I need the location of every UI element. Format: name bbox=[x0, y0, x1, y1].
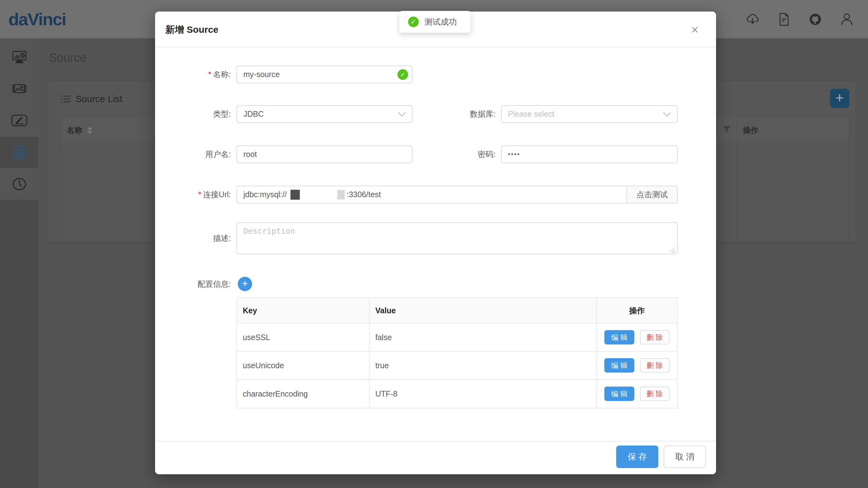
config-table-row: useUnicode true 编 辑 删 除 bbox=[237, 352, 677, 380]
config-table: Key Value 操作 useSSL false 编 辑 删 除 useUni… bbox=[237, 297, 678, 408]
config-key: useSSL bbox=[237, 324, 370, 351]
url-field-group: jdbc:mysql:// :3306/test 点击测试 bbox=[237, 186, 678, 204]
toast-message: 测试成功 bbox=[424, 17, 457, 27]
required-mark: * bbox=[198, 190, 201, 199]
description-textarea[interactable] bbox=[237, 222, 678, 254]
delete-button[interactable]: 删 除 bbox=[640, 358, 670, 372]
required-mark: * bbox=[208, 70, 211, 79]
sidebar bbox=[0, 38, 38, 488]
display-icon bbox=[11, 81, 27, 97]
cloud-download-icon[interactable] bbox=[745, 12, 760, 27]
column-header-action: 操作 bbox=[743, 117, 758, 144]
filter-icon[interactable] bbox=[723, 125, 731, 133]
redacted-host-block bbox=[290, 190, 300, 200]
type-label: 类型: bbox=[167, 105, 231, 123]
footer-divider bbox=[155, 441, 716, 441]
username-field-wrap bbox=[237, 145, 412, 163]
edit-button[interactable]: 编 辑 bbox=[604, 358, 634, 372]
password-field-wrap bbox=[501, 145, 678, 163]
database-label: 数据库: bbox=[448, 105, 495, 123]
success-toast: ✓ 测试成功 bbox=[399, 11, 470, 33]
clock-icon bbox=[11, 177, 27, 191]
widget-icon bbox=[11, 114, 28, 127]
delete-button[interactable]: 删 除 bbox=[640, 387, 670, 401]
success-check-icon: ✓ bbox=[408, 17, 419, 27]
app-logo: daVinci bbox=[8, 0, 66, 38]
name-input[interactable] bbox=[237, 65, 412, 83]
github-icon[interactable] bbox=[808, 12, 823, 27]
sidebar-item-dashboard[interactable] bbox=[0, 41, 38, 73]
url-prefix: jdbc:mysql:// bbox=[243, 190, 287, 199]
edit-button[interactable]: 编 辑 bbox=[604, 387, 634, 401]
config-header-action: 操作 bbox=[597, 298, 677, 323]
config-table-row: characterEncoding UTF-8 编 辑 删 除 bbox=[237, 380, 677, 408]
database-select[interactable]: Please select bbox=[501, 105, 678, 123]
list-icon bbox=[61, 95, 70, 103]
config-table-row: useSSL false 编 辑 删 除 bbox=[237, 324, 677, 352]
config-value: true bbox=[370, 352, 597, 379]
sidebar-item-schedule[interactable] bbox=[0, 168, 38, 200]
close-icon[interactable]: × bbox=[685, 23, 704, 37]
sidebar-item-source[interactable] bbox=[0, 137, 38, 168]
name-label: *名称: bbox=[167, 65, 231, 83]
sort-desc-icon bbox=[87, 131, 92, 134]
delete-button[interactable]: 删 除 bbox=[640, 330, 670, 344]
database-icon bbox=[11, 145, 27, 160]
save-button[interactable]: 保 存 bbox=[616, 446, 658, 468]
url-suffix: :3306/test bbox=[347, 190, 381, 199]
column-header-name: 名称 bbox=[67, 125, 82, 135]
database-select-placeholder: Please select bbox=[508, 110, 554, 119]
add-source-modal: 新增 Source × *名称: ✓ 类型: JDBC 数据库: Please … bbox=[155, 11, 716, 474]
test-connection-button[interactable]: 点击测试 bbox=[626, 186, 677, 203]
modal-title: 新增 Source bbox=[165, 11, 218, 48]
edit-button[interactable]: 编 辑 bbox=[604, 330, 634, 344]
add-source-button[interactable]: + bbox=[830, 89, 849, 108]
document-icon[interactable] bbox=[777, 12, 792, 27]
user-icon[interactable] bbox=[839, 12, 854, 27]
description-label: 描述: bbox=[167, 229, 231, 247]
chevron-down-icon bbox=[663, 110, 672, 119]
page-title: Source bbox=[49, 51, 86, 65]
config-header-value: Value bbox=[370, 298, 597, 323]
chevron-down-icon bbox=[398, 110, 406, 119]
config-table-header: Key Value 操作 bbox=[237, 298, 677, 324]
username-label: 用户名: bbox=[167, 145, 231, 163]
sidebar-item-display[interactable] bbox=[0, 73, 38, 104]
panel-title: Source List bbox=[61, 94, 122, 104]
valid-check-icon: ✓ bbox=[398, 69, 408, 80]
config-header-key: Key bbox=[237, 298, 370, 323]
cancel-button[interactable]: 取 消 bbox=[664, 446, 706, 468]
redacted-host-block bbox=[337, 190, 345, 200]
type-select[interactable]: JDBC bbox=[237, 105, 412, 123]
username-input[interactable] bbox=[237, 145, 412, 163]
config-label: 配置信息: bbox=[167, 275, 231, 293]
url-label: *连接Url: bbox=[167, 186, 231, 204]
type-select-value: JDBC bbox=[243, 110, 264, 119]
password-input[interactable] bbox=[501, 145, 678, 163]
sidebar-item-widget[interactable] bbox=[0, 104, 38, 136]
config-key: characterEncoding bbox=[237, 380, 370, 408]
url-input[interactable]: jdbc:mysql:// :3306/test bbox=[237, 186, 626, 203]
config-key: useUnicode bbox=[237, 352, 370, 379]
dashboard-icon bbox=[11, 49, 27, 65]
panel-title-text: Source List bbox=[75, 94, 122, 104]
name-field-wrap: ✓ bbox=[237, 65, 412, 83]
config-value: UTF-8 bbox=[370, 380, 597, 408]
password-label: 密码: bbox=[448, 145, 495, 163]
sort-asc-icon bbox=[87, 127, 92, 130]
add-config-button[interactable]: + bbox=[238, 277, 252, 291]
sort-carets[interactable] bbox=[87, 127, 92, 134]
config-value: false bbox=[370, 324, 597, 351]
